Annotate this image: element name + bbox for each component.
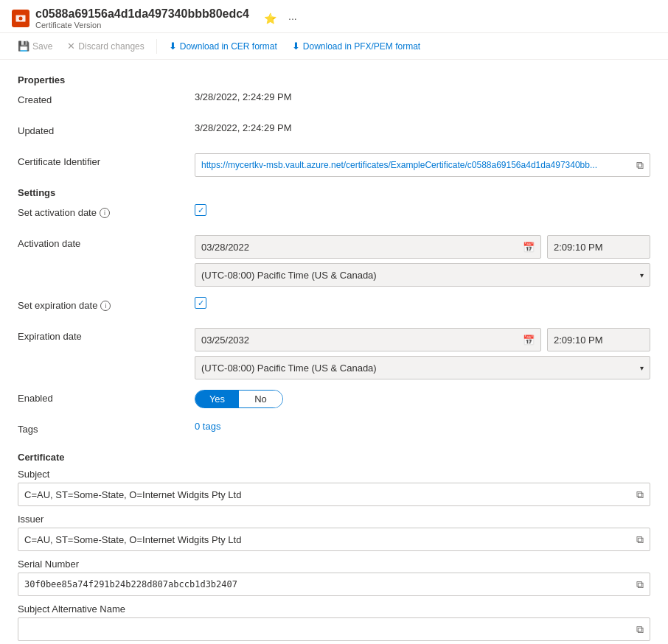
- set-expiration-date-checkbox[interactable]: [195, 297, 206, 309]
- save-label: Save: [32, 41, 52, 52]
- activation-tz-chevron-icon: ▾: [640, 271, 644, 279]
- download-pfx-icon: ⬇: [292, 41, 300, 52]
- set-activation-date-label: Set activation date i: [18, 204, 195, 218]
- enabled-no-button[interactable]: No: [239, 391, 282, 407]
- cert-identifier-row: Certificate Identifier https://mycertkv-…: [18, 153, 650, 177]
- save-button[interactable]: 💾 Save: [12, 38, 58, 55]
- enabled-row: Enabled Yes No: [18, 390, 650, 410]
- download-cer-label: Download in CER format: [180, 41, 277, 52]
- cert-identifier-value: https://mycertkv-msb.vault.azure.net/cer…: [195, 153, 650, 177]
- certificate-section-title: Certificate: [18, 452, 650, 463]
- created-value: 3/28/2022, 2:24:29 PM: [195, 91, 650, 102]
- updated-label: Updated: [18, 122, 195, 136]
- cert-identifier-label: Certificate Identifier: [18, 153, 195, 167]
- expiration-date-label: Expiration date: [18, 328, 195, 342]
- cert-identifier-url: https://mycertkv-msb.vault.azure.net/cer…: [201, 160, 636, 170]
- expiration-calendar-icon: 📅: [523, 335, 535, 346]
- created-label: Created: [18, 91, 195, 105]
- download-pfx-label: Download in PFX/PEM format: [303, 41, 420, 52]
- more-options-button[interactable]: ···: [285, 11, 300, 26]
- content-area: Properties Created 3/28/2022, 2:24:29 PM…: [0, 60, 668, 644]
- subject-field: C=AU, ST=Some-State, O=Internet Widgits …: [18, 483, 650, 506]
- title-actions: ⭐ ···: [261, 11, 300, 26]
- expiration-date-time-row: 03/25/2032 📅 2:09:10 PM: [195, 328, 650, 351]
- toolbar: 💾 Save ✕ Discard changes ⬇ Download in C…: [0, 32, 668, 60]
- issuer-group: Issuer C=AU, ST=Some-State, O=Internet W…: [18, 514, 650, 551]
- issuer-field-label: Issuer: [18, 514, 650, 525]
- activation-date-field[interactable]: 03/28/2022 📅: [195, 235, 541, 259]
- toolbar-divider: [156, 39, 157, 54]
- activation-timezone-dropdown[interactable]: (UTC-08:00) Pacific Time (US & Canada) ▾: [195, 263, 650, 287]
- issuer-field: C=AU, ST=Some-State, O=Internet Widgits …: [18, 528, 650, 551]
- copy-subject-alt-name-button[interactable]: ⧉: [636, 623, 644, 636]
- discard-icon: ✕: [67, 41, 75, 52]
- tags-link[interactable]: 0 tags: [195, 421, 220, 432]
- download-cer-button[interactable]: ⬇ Download in CER format: [163, 38, 283, 55]
- serial-number-value: 30f0bee85a74f291b24b228d807abccb1d3b2407: [24, 579, 636, 589]
- subject-group: Subject C=AU, ST=Some-State, O=Internet …: [18, 469, 650, 506]
- copy-issuer-button[interactable]: ⧉: [636, 533, 644, 546]
- download-pfx-button[interactable]: ⬇ Download in PFX/PEM format: [286, 38, 426, 55]
- cert-identifier-field: https://mycertkv-msb.vault.azure.net/cer…: [195, 153, 650, 177]
- expiration-date-value: 03/25/2032 📅 2:09:10 PM (UTC-08:00) Paci…: [195, 328, 650, 379]
- discard-button[interactable]: ✕ Discard changes: [61, 38, 150, 55]
- page-title: c0588a69156a4d1da497340bbb80edc4: [35, 7, 249, 21]
- settings-section-title: Settings: [18, 187, 650, 198]
- serial-number-label: Serial Number: [18, 559, 650, 570]
- issuer-value: C=AU, ST=Some-State, O=Internet Widgits …: [24, 534, 636, 545]
- save-icon: 💾: [18, 41, 29, 52]
- download-cer-icon: ⬇: [169, 41, 177, 52]
- svg-point-2: [19, 17, 23, 21]
- activation-calendar-icon: 📅: [523, 242, 535, 253]
- tags-label: Tags: [18, 421, 195, 435]
- page-subtitle: Certificate Version: [35, 21, 249, 29]
- set-activation-date-row: Set activation date i: [18, 204, 650, 225]
- tags-row: Tags 0 tags: [18, 421, 650, 441]
- set-activation-date-checkbox[interactable]: [195, 204, 206, 216]
- serial-number-group: Serial Number 30f0bee85a74f291b24b228d80…: [18, 559, 650, 596]
- enabled-label: Enabled: [18, 390, 195, 404]
- enabled-value: Yes No: [195, 390, 650, 408]
- copy-serial-number-button[interactable]: ⧉: [636, 578, 644, 591]
- subject-alt-name-field: ⧉: [18, 617, 650, 641]
- set-expiration-date-value: [195, 297, 650, 309]
- serial-number-field: 30f0bee85a74f291b24b228d807abccb1d3b2407…: [18, 573, 650, 596]
- title-bar: c0588a69156a4d1da497340bbb80edc4 Certifi…: [0, 0, 668, 32]
- updated-row: Updated 3/28/2022, 2:24:29 PM: [18, 122, 650, 143]
- activation-time-field[interactable]: 2:09:10 PM: [547, 235, 650, 259]
- subject-alt-name-group: Subject Alternative Name ⧉: [18, 603, 650, 641]
- discard-label: Discard changes: [78, 41, 144, 52]
- activation-date-label: Activation date: [18, 235, 195, 249]
- title-main: c0588a69156a4d1da497340bbb80edc4 Certifi…: [35, 7, 249, 29]
- copy-cert-identifier-button[interactable]: ⧉: [636, 159, 644, 172]
- subject-value: C=AU, ST=Some-State, O=Internet Widgits …: [24, 489, 636, 500]
- pin-button[interactable]: ⭐: [261, 11, 279, 26]
- enabled-toggle-group: Yes No: [195, 390, 283, 408]
- activation-date-info-icon[interactable]: i: [100, 208, 110, 218]
- expiration-time-field[interactable]: 2:09:10 PM: [547, 328, 650, 351]
- copy-subject-button[interactable]: ⧉: [636, 489, 644, 501]
- created-row: Created 3/28/2022, 2:24:29 PM: [18, 91, 650, 112]
- activation-date-value: 03/28/2022 📅 2:09:10 PM (UTC-08:00) Paci…: [195, 235, 650, 287]
- activation-date-row: Activation date 03/28/2022 📅 2:09:10 PM …: [18, 235, 650, 287]
- set-expiration-date-label: Set expiration date i: [18, 297, 195, 311]
- expiration-checkbox-wrap: [195, 297, 650, 309]
- subject-field-label: Subject: [18, 469, 650, 480]
- expiration-date-info-icon[interactable]: i: [100, 301, 111, 311]
- expiration-date-row: Expiration date 03/25/2032 📅 2:09:10 PM …: [18, 328, 650, 379]
- subject-alt-name-label: Subject Alternative Name: [18, 603, 650, 615]
- updated-value: 3/28/2022, 2:24:29 PM: [195, 122, 650, 133]
- tags-value: 0 tags: [195, 421, 650, 432]
- enabled-yes-button[interactable]: Yes: [195, 391, 239, 407]
- expiration-date-field[interactable]: 03/25/2032 📅: [195, 328, 541, 351]
- expiration-tz-chevron-icon: ▾: [640, 364, 644, 372]
- cert-version-icon: [12, 10, 29, 27]
- expiration-timezone-dropdown[interactable]: (UTC-08:00) Pacific Time (US & Canada) ▾: [195, 356, 650, 379]
- properties-section-title: Properties: [18, 74, 650, 85]
- set-expiration-date-row: Set expiration date i: [18, 297, 650, 318]
- activation-checkbox-wrap: [195, 204, 650, 216]
- activation-date-time-row: 03/28/2022 📅 2:09:10 PM: [195, 235, 650, 259]
- set-activation-date-value: [195, 204, 650, 216]
